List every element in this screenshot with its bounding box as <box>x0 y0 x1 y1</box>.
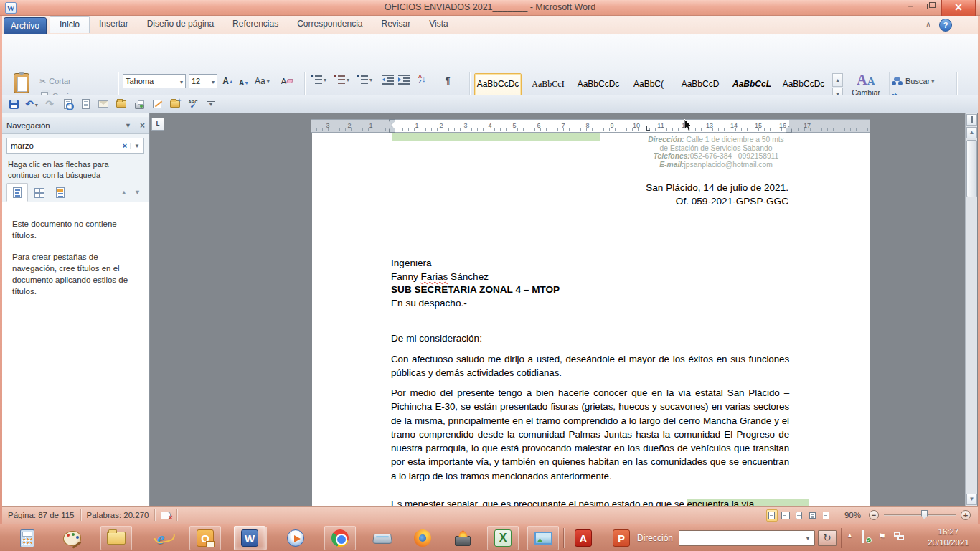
taskbar-firefox[interactable] <box>407 526 438 550</box>
date-block[interactable]: San Plácido, 14 de julio de 2021. Of. 05… <box>646 182 788 208</box>
search-input[interactable] <box>7 141 120 150</box>
close-icon[interactable]: × <box>140 121 145 131</box>
font-size-select[interactable]: 12 <box>189 74 217 88</box>
chevron-down-icon[interactable]: ▼ <box>801 535 814 542</box>
tab-browse-pages[interactable] <box>28 183 50 202</box>
print-layout-view-button[interactable] <box>766 509 778 522</box>
tab-diseno[interactable]: Diseño de página <box>138 16 223 33</box>
tab-insertar[interactable]: Insertar <box>90 16 138 33</box>
sort-button[interactable]: AZ↓ <box>418 74 426 84</box>
taskbar-snipping[interactable] <box>527 526 559 550</box>
document-page[interactable]: Dirección: Calle 1 de diciembre a 50 mts… <box>312 133 870 506</box>
taskbar-nero[interactable] <box>447 526 479 550</box>
taskbar-outlook[interactable]: O <box>189 526 221 550</box>
zoom-slider[interactable] <box>884 514 956 516</box>
title-bar[interactable]: W OFICIOS ENVIADOS 2021_______ - Microso… <box>0 0 980 16</box>
network-tray-icon[interactable] <box>894 532 904 540</box>
taskbar-scanner[interactable] <box>367 526 398 550</box>
highlighted-text-region[interactable] <box>392 133 600 141</box>
usb-tray-icon[interactable]: ✓ <box>861 532 870 542</box>
taskbar-explorer[interactable] <box>100 526 132 550</box>
favorites-folder-icon[interactable] <box>169 98 181 110</box>
undo-icon[interactable]: ↶ <box>26 98 37 110</box>
zoom-level[interactable]: 90% <box>844 511 861 519</box>
navigation-pane-header[interactable]: Navegación ▼ × <box>2 117 149 134</box>
edit-icon[interactable] <box>151 98 163 110</box>
tab-revisar[interactable]: Revisar <box>372 16 420 33</box>
scroll-down-icon[interactable]: ▼ <box>966 494 977 505</box>
page-indicator[interactable]: Página: 87 de 115 <box>8 511 75 519</box>
previous-result-icon[interactable]: ▲ <box>121 189 127 196</box>
email-icon[interactable] <box>98 98 109 110</box>
shrink-font-button[interactable]: A▼ <box>237 75 250 90</box>
qat-overflow-icon[interactable]: ▼ <box>205 98 217 110</box>
spelling-icon[interactable]: ABC✓ <box>187 98 199 110</box>
clear-formatting-button[interactable]: A <box>281 74 293 88</box>
tab-vista[interactable]: Vista <box>420 16 457 33</box>
zoom-out-button[interactable]: − <box>869 510 879 520</box>
paragraph[interactable]: Por medio del presente tengo a bien hace… <box>391 386 789 483</box>
taskbar-calculator[interactable] <box>11 526 43 550</box>
quick-print-icon[interactable] <box>133 98 145 110</box>
paragraph[interactable]: Con afectuoso saludo me dirijo a usted, … <box>391 352 789 380</box>
show-hidden-icons-button[interactable] <box>847 532 853 539</box>
styles-scroll-up[interactable]: ▲ <box>832 73 843 87</box>
taskbar-autocad[interactable]: A <box>567 526 599 550</box>
next-result-icon[interactable]: ▼ <box>134 189 141 196</box>
taskbar-word[interactable]: W <box>234 526 265 550</box>
tab-referencias[interactable]: Referencias <box>223 16 288 33</box>
restore-button[interactable] <box>921 0 940 14</box>
font-family-select[interactable]: Tahoma <box>123 74 186 88</box>
open-icon[interactable] <box>116 98 127 110</box>
action-center-flag-icon[interactable] <box>878 532 886 542</box>
numbering-button[interactable] <box>334 75 349 85</box>
vertical-scrollbar[interactable]: ▲ ▼ <box>965 113 977 506</box>
bullets-button[interactable] <box>311 75 326 85</box>
grow-font-button[interactable]: A▲ <box>222 74 235 88</box>
new-document-icon[interactable] <box>80 98 91 110</box>
search-box[interactable]: × ▼ <box>6 138 144 154</box>
collapse-ribbon-icon[interactable] <box>923 20 934 32</box>
change-case-button[interactable]: Aa <box>255 74 270 88</box>
address-go-button[interactable] <box>818 530 837 546</box>
address-input[interactable] <box>679 533 801 543</box>
taskbar-clock[interactable]: 16:27 20/10/2021 <box>920 527 977 548</box>
proofing-error-icon[interactable] <box>161 512 171 519</box>
taskbar-paint[interactable] <box>56 526 88 550</box>
chevron-down-icon[interactable]: ▼ <box>125 122 131 129</box>
web-layout-view-button[interactable] <box>793 509 805 522</box>
decrease-indent-button[interactable] <box>382 75 394 85</box>
letterhead[interactable]: Dirección: Calle 1 de diciembre a 50 mts… <box>633 136 798 169</box>
show-marks-button[interactable]: ¶ <box>441 74 454 88</box>
taskbar-powerpoint[interactable]: P <box>606 526 637 550</box>
salutation[interactable]: De mi consideración: <box>391 333 482 344</box>
tab-correspondencia[interactable]: Correspondencia <box>288 16 372 33</box>
help-icon[interactable] <box>939 19 952 32</box>
scroll-up-icon[interactable]: ▲ <box>966 127 977 138</box>
taskbar-internet-explorer[interactable]: e <box>145 526 176 550</box>
tab-inicio[interactable]: Inicio <box>50 16 90 33</box>
fullscreen-reading-view-button[interactable] <box>780 509 791 522</box>
zoom-slider-thumb[interactable] <box>921 510 928 519</box>
find-button[interactable]: Buscar <box>892 74 934 88</box>
print-preview-icon[interactable] <box>62 98 73 110</box>
tab-stop-selector[interactable]: L <box>151 118 164 131</box>
left-tab-stop-marker[interactable] <box>646 126 650 131</box>
tab-browse-headings[interactable] <box>6 183 28 202</box>
scrollbar-thumb[interactable] <box>966 140 977 197</box>
tab-archivo[interactable]: Archivo <box>4 17 47 34</box>
taskbar-media-player[interactable] <box>280 526 311 550</box>
paragraph[interactable]: Es menester señalar, que es preocupante … <box>391 497 789 506</box>
tab-browse-results[interactable] <box>50 183 71 202</box>
clear-search-icon[interactable]: × <box>120 141 130 150</box>
close-button[interactable] <box>941 0 976 17</box>
minimize-button[interactable] <box>901 0 920 14</box>
save-icon[interactable] <box>8 98 19 110</box>
ruler-toggle-button[interactable] <box>966 114 977 126</box>
taskbar-chrome[interactable] <box>324 526 356 550</box>
search-options-icon[interactable]: ▼ <box>130 143 143 149</box>
outline-view-button[interactable] <box>807 509 819 522</box>
address-toolbar[interactable]: ▼ <box>679 530 815 546</box>
multilevel-list-button[interactable] <box>357 75 372 85</box>
horizontal-ruler[interactable]: 3 2 1 1 2 3 4 5 6 7 8 9 10 11 12 13 14 1… <box>311 119 870 133</box>
